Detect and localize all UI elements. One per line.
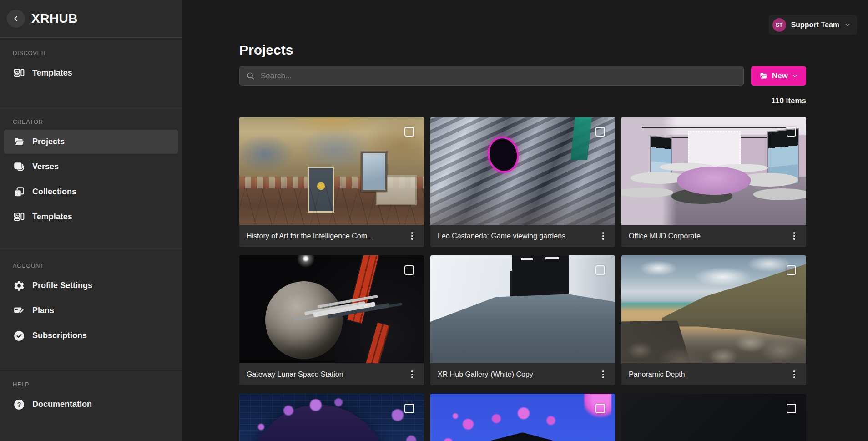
kebab-menu-button[interactable]: [788, 228, 801, 244]
user-menu[interactable]: ST Support Team: [769, 15, 857, 35]
kebab-menu-button[interactable]: [788, 367, 801, 382]
projects-grid: History of Art for the Intelligence Com.…: [239, 117, 806, 441]
select-checkbox[interactable]: [595, 404, 605, 413]
sidebar-item-label: Templates: [32, 68, 72, 78]
select-checkbox[interactable]: [787, 265, 796, 275]
card-title-bar: History of Art for the Intelligence Com.…: [239, 225, 424, 247]
project-thumbnail[interactable]: [621, 255, 806, 363]
section-items: Profile Settings Plans Subscriptions: [0, 274, 182, 348]
sidebar-nav: DISCOVER Templates CREATOR Projects Vers…: [0, 38, 182, 437]
select-checkbox[interactable]: [787, 404, 796, 413]
search-box[interactable]: [239, 66, 744, 86]
sidebar-item-templates[interactable]: Templates: [4, 61, 178, 85]
select-checkbox[interactable]: [404, 127, 414, 137]
kebab-menu-button[interactable]: [406, 367, 419, 382]
sidebar-item-collections[interactable]: Collections: [4, 180, 178, 204]
select-checkbox[interactable]: [404, 265, 414, 275]
toolbar: New: [239, 66, 806, 86]
card-title-bar: Leo Castaneda: Game viewing gardens: [430, 225, 615, 247]
thumbnail-art: [767, 128, 799, 188]
project-card[interactable]: [621, 394, 806, 441]
kebab-menu-button[interactable]: [597, 228, 610, 244]
sidebar-item-projects[interactable]: Projects: [4, 130, 178, 154]
project-card[interactable]: Leo Castaneda: Game viewing gardens: [430, 117, 615, 247]
select-checkbox[interactable]: [595, 265, 605, 275]
folder-icon: [13, 136, 25, 148]
thumbnail-art: [575, 255, 615, 331]
project-title: Leo Castaneda: Game viewing gardens: [438, 232, 593, 240]
sidebar: XRHUB DISCOVER Templates CREATOR Project…: [0, 0, 182, 441]
layers-icon: [13, 161, 25, 173]
sidebar-item-label: Documentation: [32, 400, 92, 409]
thumbnail-art: [346, 255, 382, 324]
search-icon: [246, 71, 255, 80]
app-logo: XRHUB: [31, 11, 78, 26]
sidebar-section: DISCOVER Templates: [0, 38, 182, 106]
project-thumbnail[interactable]: [430, 255, 615, 363]
card-pencil-icon: [13, 305, 25, 317]
thumbnail-art: [361, 321, 391, 363]
project-card[interactable]: History of Art for the Intelligence Com.…: [239, 117, 424, 247]
project-thumbnail[interactable]: [239, 394, 424, 441]
sidebar-item-verses[interactable]: Verses: [4, 155, 178, 179]
select-checkbox[interactable]: [595, 127, 605, 137]
chevron-down-icon: [792, 73, 798, 79]
sidebar-header: XRHUB: [0, 0, 182, 38]
sidebar-item-subscriptions[interactable]: Subscriptions: [4, 324, 178, 348]
svg-text:?: ?: [17, 400, 21, 408]
gear-icon: [13, 280, 25, 292]
select-checkbox[interactable]: [404, 404, 414, 413]
section-label: CREATOR: [13, 118, 182, 125]
project-thumbnail[interactable]: [621, 117, 806, 225]
project-thumbnail[interactable]: [430, 394, 615, 441]
project-card[interactable]: XR Hub Gallery-(White) Copy: [430, 255, 615, 385]
project-card[interactable]: Gateway Lunar Space Station: [239, 255, 424, 385]
app-root: XRHUB DISCOVER Templates CREATOR Project…: [0, 0, 868, 441]
project-thumbnail[interactable]: [621, 394, 806, 441]
templates-icon: [13, 67, 25, 79]
project-thumbnail[interactable]: [239, 255, 424, 363]
sidebar-item-documentation[interactable]: ? Documentation: [4, 392, 178, 416]
card-title-bar: XR Hub Gallery-(White) Copy: [430, 363, 615, 385]
chevron-left-icon: [12, 15, 20, 23]
search-input[interactable]: [260, 71, 737, 81]
thumbnail-art: [376, 175, 416, 205]
sidebar-item-plans[interactable]: Plans: [4, 299, 178, 323]
back-button[interactable]: [7, 10, 25, 28]
project-thumbnail[interactable]: [430, 117, 615, 225]
project-title: History of Art for the Intelligence Com.…: [247, 232, 402, 240]
sidebar-item-label: Projects: [32, 137, 65, 147]
sidebar-item-profile-settings[interactable]: Profile Settings: [4, 274, 178, 298]
project-card[interactable]: [239, 394, 424, 441]
project-card[interactable]: Office MUD Corporate: [621, 117, 806, 247]
templates-icon: [13, 211, 25, 223]
thumbnail-art: [650, 135, 672, 181]
card-title-bar: Panoramic Depth: [621, 363, 806, 385]
project-card[interactable]: Panoramic Depth: [621, 255, 806, 385]
folder-open-icon: [759, 71, 768, 81]
page-title: Projects: [239, 42, 806, 58]
avatar: ST: [772, 18, 786, 32]
project-card[interactable]: [430, 394, 615, 441]
card-title-bar: Office MUD Corporate: [621, 225, 806, 247]
sidebar-section: HELP ? Documentation: [0, 369, 182, 437]
section-items: Projects Verses Collections Templates: [0, 130, 182, 229]
sidebar-item-label: Verses: [32, 162, 59, 172]
project-thumbnail[interactable]: [239, 117, 424, 225]
sidebar-section: CREATOR Projects Verses Collections Temp…: [0, 106, 182, 250]
main-area: ST Support Team Projects New: [182, 0, 868, 441]
select-checkbox[interactable]: [787, 127, 796, 137]
kebab-menu-button[interactable]: [597, 367, 610, 382]
sidebar-item-templates[interactable]: Templates: [4, 205, 178, 229]
question-circle-icon: ?: [13, 399, 25, 411]
items-count: 110 Items: [239, 96, 806, 106]
check-circle-icon: [13, 330, 25, 342]
sidebar-item-label: Profile Settings: [32, 281, 92, 290]
kebab-menu-button[interactable]: [406, 228, 419, 244]
new-button-label: New: [772, 71, 788, 81]
sidebar-item-label: Plans: [32, 306, 54, 315]
card-title-bar: Gateway Lunar Space Station: [239, 363, 424, 385]
sidebar-item-label: Subscriptions: [32, 331, 87, 340]
sidebar-section: ACCOUNT Profile Settings Plans Subscript…: [0, 250, 182, 369]
new-button[interactable]: New: [751, 66, 806, 86]
